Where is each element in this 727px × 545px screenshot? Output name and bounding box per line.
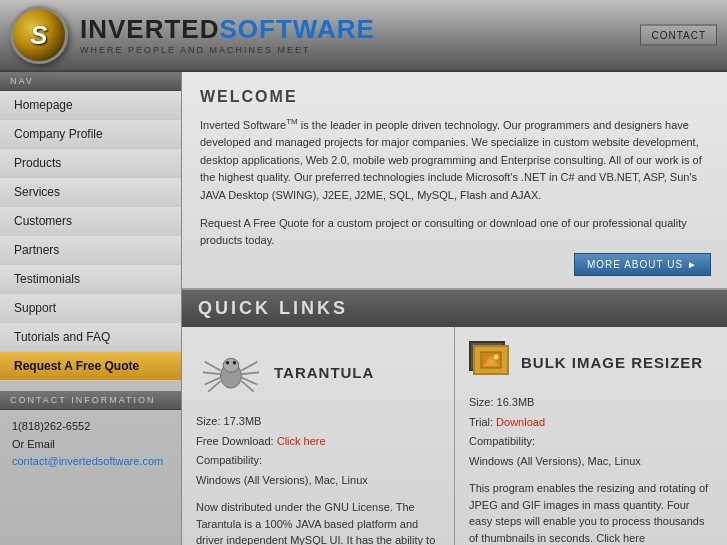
svg-point-14	[494, 354, 499, 359]
product-header-bulk: BULK IMAGE RESIZER	[469, 341, 713, 385]
logo-title: INVERTEDSOFTWARE	[80, 16, 375, 42]
bulk-resizer-icon	[469, 341, 513, 385]
logo-title-part1: INVERTED	[80, 14, 219, 44]
sidebar-item-customers[interactable]: Customers	[0, 207, 181, 236]
logo-text-container: INVERTEDSOFTWARE WHERE PEOPLE AND MACHIN…	[80, 16, 375, 55]
svg-point-2	[226, 361, 230, 365]
svg-point-1	[223, 358, 239, 372]
main-layout: NAV Homepage Company Profile Products Se…	[0, 72, 727, 545]
sidebar-item-free-quote[interactable]: Request A Free Quote	[0, 352, 181, 381]
tarantula-title: TARANTULA	[274, 364, 374, 381]
tarantula-size: Size: 17.3MB	[196, 412, 440, 432]
sidebar-item-partners[interactable]: Partners	[0, 236, 181, 265]
tarantula-compatibility-label: Compatibility:	[196, 451, 440, 471]
welcome-paragraph1: is the leader in people driven technolog…	[200, 119, 702, 201]
header: S INVERTEDSOFTWARE WHERE PEOPLE AND MACH…	[0, 0, 727, 72]
arrow-icon: ►	[687, 259, 698, 270]
sidebar-item-tutorials[interactable]: Tutorials and FAQ	[0, 323, 181, 352]
welcome-text2: Request A Free Quote for a custom projec…	[200, 215, 709, 250]
product-card-bulk-image-resizer: BULK IMAGE RESIZER Size: 16.3MB Trial: D…	[455, 327, 727, 545]
welcome-text: Inverted SoftwareTM is the leader in peo…	[200, 116, 709, 205]
bulk-title: BULK IMAGE RESIZER	[521, 354, 703, 371]
logo-letter: S	[30, 20, 47, 51]
tarantula-download-link[interactable]: Click here	[277, 435, 326, 447]
tarantula-icon	[196, 341, 266, 404]
quick-links-header: QUICK LINKS	[182, 290, 727, 327]
welcome-title: WELCOME	[200, 88, 709, 106]
svg-line-5	[203, 372, 221, 374]
tarantula-meta: Size: 17.3MB Free Download: Click here C…	[196, 412, 440, 491]
bulk-size: Size: 16.3MB	[469, 393, 713, 413]
sidebar: NAV Homepage Company Profile Products Se…	[0, 72, 182, 545]
sidebar-item-testimonials[interactable]: Testimonials	[0, 265, 181, 294]
sidebar-item-products[interactable]: Products	[0, 149, 181, 178]
sidebar-item-support[interactable]: Support	[0, 294, 181, 323]
bulk-compatibility-label: Compatibility:	[469, 432, 713, 452]
or-email-label: Or Email	[12, 436, 169, 454]
contact-info: CONTACT INFORMATION 1(818)262-6552 Or Em…	[0, 391, 181, 479]
bulk-download: Trial: Download	[469, 413, 713, 433]
bulk-download-link[interactable]: Download	[496, 416, 545, 428]
product-header-tarantula: TARANTULA	[196, 341, 440, 404]
nav-label: NAV	[0, 72, 181, 91]
more-about-button[interactable]: MORE ABOUT US ►	[574, 253, 711, 276]
more-about-label: MORE ABOUT US	[587, 259, 683, 270]
products-grid: TARANTULA Size: 17.3MB Free Download: Cl…	[182, 327, 727, 545]
bulk-compatibility: Windows (All Versions), Mac, Linux	[469, 452, 713, 472]
contact-button[interactable]: CONTACT	[640, 25, 717, 46]
tarantula-download: Free Download: Click here	[196, 432, 440, 452]
contact-info-label: CONTACT INFORMATION	[0, 391, 181, 410]
svg-line-9	[242, 372, 260, 374]
contact-details: 1(818)262-6552 Or Email contact@inverted…	[0, 410, 181, 479]
logo-sphere: S	[10, 6, 68, 64]
trademark: TM	[286, 117, 298, 126]
logo-subtitle: WHERE PEOPLE AND MACHINES MEET	[80, 45, 375, 55]
svg-line-8	[242, 362, 258, 371]
content: WELCOME Inverted SoftwareTM is the leade…	[182, 72, 727, 545]
welcome-section: WELCOME Inverted SoftwareTM is the leade…	[182, 72, 727, 290]
svg-point-3	[233, 361, 237, 365]
phone-number: 1(818)262-6552	[12, 418, 169, 436]
bulk-description: This program enables the resizing and ro…	[469, 480, 713, 545]
sidebar-item-services[interactable]: Services	[0, 178, 181, 207]
sidebar-item-homepage[interactable]: Homepage	[0, 91, 181, 120]
tarantula-description: Now distributed under the GNU License. T…	[196, 499, 440, 545]
svg-line-4	[205, 362, 221, 371]
tarantula-compatibility: Windows (All Versions), Mac, Linux	[196, 471, 440, 491]
company-name: Inverted Software	[200, 119, 286, 131]
quick-links-title: QUICK LINKS	[198, 298, 348, 319]
bulk-meta: Size: 16.3MB Trial: Download Compatibili…	[469, 393, 713, 472]
product-card-tarantula: TARANTULA Size: 17.3MB Free Download: Cl…	[182, 327, 455, 545]
sidebar-item-company-profile[interactable]: Company Profile	[0, 120, 181, 149]
email-link[interactable]: contact@invertedsoftware.com	[12, 455, 163, 467]
logo-container: S INVERTEDSOFTWARE WHERE PEOPLE AND MACH…	[10, 6, 375, 64]
logo-title-part2: SOFTWARE	[219, 14, 374, 44]
